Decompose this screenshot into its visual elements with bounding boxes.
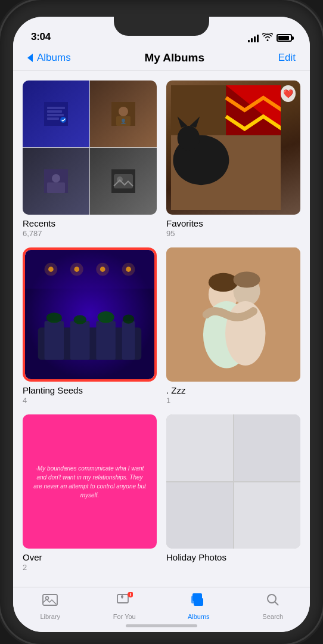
album-name-planting-seeds: Planting Seeds (23, 385, 157, 395)
album-count-planting-seeds: 4 (23, 396, 157, 405)
heart-badge-icon (116, 592, 133, 611)
status-icons (248, 33, 292, 43)
edit-button[interactable]: Edit (278, 52, 296, 64)
album-count-zzz: 1 (166, 396, 300, 405)
tab-albums[interactable]: Albums (162, 592, 236, 620)
notch (114, 17, 209, 36)
back-arrow-icon (27, 54, 33, 62)
tab-library-label: Library (40, 613, 60, 620)
album-name-over: Over (23, 552, 157, 562)
signal-bar-4 (257, 35, 259, 42)
svg-point-37 (46, 312, 62, 323)
album-item-recents[interactable]: 👤 (23, 80, 157, 238)
album-thumb-recents: 👤 (23, 80, 157, 215)
zzz-background (166, 247, 300, 382)
over-background: -My boundaries communicate wha I want an… (23, 414, 157, 549)
holiday-cell-3 (166, 482, 233, 549)
tab-library[interactable]: Library (13, 592, 88, 620)
svg-point-7 (119, 107, 128, 116)
back-button[interactable]: Albums (27, 52, 71, 64)
recents-cell-4 (90, 148, 157, 215)
svg-point-46 (225, 301, 266, 366)
svg-point-48 (234, 272, 260, 288)
album-item-zzz[interactable]: . Zzz 1 (166, 247, 300, 405)
svg-rect-3 (47, 114, 64, 116)
battery-fill (278, 36, 289, 40)
svg-rect-4 (47, 117, 59, 120)
tab-albums-label: Albums (188, 613, 210, 620)
tab-for-you-label: For You (113, 613, 136, 620)
signal-bar-3 (254, 36, 256, 42)
album-item-holiday-photos[interactable]: Holiday Photos (166, 414, 300, 572)
signal-bar-1 (248, 40, 250, 42)
back-label: Albums (37, 52, 71, 64)
recents-cell-1 (23, 80, 89, 147)
page-title: My Albums (144, 51, 204, 64)
search-icon (265, 592, 281, 611)
planting-seeds-background (25, 250, 154, 379)
nav-bar: Albums My Albums Edit (13, 47, 310, 71)
svg-rect-34 (70, 321, 90, 360)
svg-rect-36 (122, 321, 135, 360)
recents-cell-2: 👤 (90, 80, 157, 147)
phone-screen: 3:04 (13, 17, 310, 632)
album-thumb-holiday-photos (166, 414, 300, 549)
svg-rect-55 (194, 598, 203, 606)
signal-bar-2 (251, 38, 253, 42)
photo-icon (42, 592, 58, 611)
tab-for-you[interactable]: For You (88, 592, 162, 620)
holiday-cell-4 (234, 482, 301, 549)
svg-text:👤: 👤 (120, 118, 126, 124)
heart-icon: ❤️ (281, 85, 296, 102)
album-thumb-over: -My boundaries communicate wha I want an… (23, 414, 157, 549)
over-quote-text: -My boundaries communicate wha I want an… (32, 464, 147, 500)
album-item-planting-seeds[interactable]: Planting Seeds 4 (23, 247, 157, 405)
svg-rect-33 (45, 321, 64, 360)
album-name-zzz: . Zzz (166, 385, 300, 395)
svg-point-40 (123, 315, 135, 324)
battery-icon (277, 34, 292, 42)
svg-rect-2 (47, 110, 62, 113)
album-name-recents: Recents (23, 218, 157, 228)
svg-rect-35 (96, 321, 116, 360)
holiday-background (166, 414, 300, 549)
album-item-favorites[interactable]: ❤️ Favorites 95 (166, 80, 300, 238)
album-item-over[interactable]: -My boundaries communicate wha I want an… (23, 414, 157, 572)
albums-icon (190, 592, 207, 611)
svg-point-39 (98, 311, 114, 323)
album-name-holiday-photos: Holiday Photos (166, 552, 300, 562)
selected-outline (23, 247, 157, 382)
svg-point-20 (178, 126, 200, 151)
wifi-icon (262, 33, 273, 43)
tab-search-label: Search (262, 613, 283, 620)
svg-rect-12 (47, 182, 65, 193)
album-name-favorites: Favorites (166, 218, 300, 228)
album-count-over: 2 (23, 563, 157, 572)
holiday-cell-1 (166, 414, 233, 481)
recents-cell-3 (23, 148, 89, 215)
album-count-recents: 6,787 (23, 229, 157, 238)
holiday-cell-2 (234, 414, 301, 481)
album-count-favorites: 95 (166, 229, 300, 238)
album-thumb-planting-seeds (25, 250, 154, 379)
svg-point-38 (73, 315, 86, 324)
albums-grid: 👤 (23, 80, 300, 572)
content-area: 👤 (13, 71, 310, 587)
svg-point-5 (60, 117, 66, 123)
svg-point-47 (209, 273, 238, 292)
tab-search[interactable]: Search (236, 592, 310, 620)
album-thumb-favorites: ❤️ (166, 80, 300, 215)
signal-bars-icon (248, 34, 259, 42)
svg-rect-1 (47, 107, 65, 109)
svg-rect-14 (114, 174, 133, 188)
svg-point-11 (52, 174, 60, 182)
favorites-background: ❤️ (166, 80, 300, 215)
phone-frame: 3:04 (0, 0, 323, 644)
status-time: 3:04 (31, 31, 51, 43)
home-indicator (126, 624, 197, 627)
svg-rect-41 (25, 250, 154, 289)
album-thumb-zzz (166, 247, 300, 382)
